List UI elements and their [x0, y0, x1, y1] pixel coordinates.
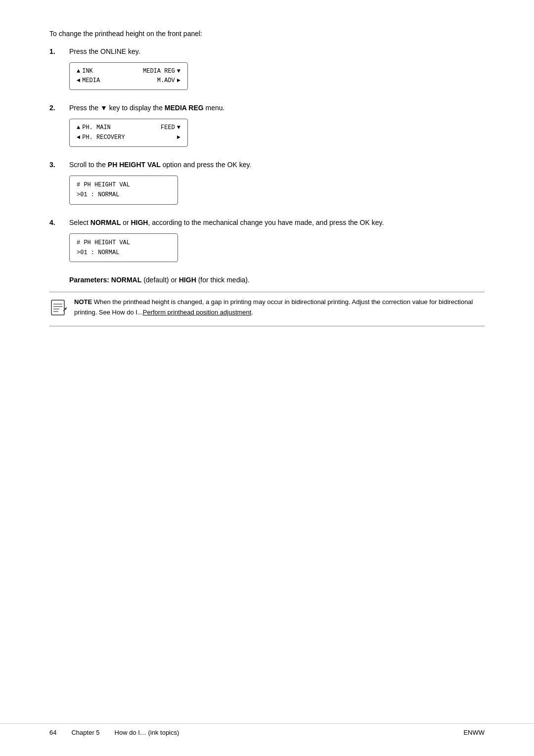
step-4-content: Select NORMAL or HIGH, according to the … [69, 219, 485, 265]
tri-up-icon: ▲ [77, 67, 80, 76]
step-4-text: Select NORMAL or HIGH, according to the … [69, 219, 485, 226]
note-text-content: NOTE When the printhead height is change… [74, 297, 485, 318]
lcd2-row2-left: ◄ PH. RECOVERY [77, 133, 125, 142]
footer-section: How do I… (ink topics) [115, 729, 179, 736]
lcd-row1-right: MEDIA REG ▼ [143, 67, 180, 76]
note-end: . [251, 309, 253, 316]
note-link[interactable]: Perform printhead position adjustment [143, 309, 252, 316]
lcd4-line2: >01 : NORMAL [77, 248, 171, 258]
tri-up-icon-2: ▲ [77, 123, 80, 133]
svg-rect-0 [51, 300, 64, 315]
footer-right: ENWW [463, 729, 485, 736]
lcd-display-2: ▲ PH. MAIN FEED ▼ ◄ PH. RECOVERY ► [69, 119, 188, 146]
ph-recovery-label: PH. RECOVERY [82, 133, 125, 142]
ph-main-label: PH. MAIN [82, 123, 111, 133]
page-number: 64 [49, 729, 56, 736]
lcd3-line2: >01 : NORMAL [77, 190, 171, 200]
tri-right-icon-2: ► [177, 133, 180, 142]
lcd-display-3: # PH HEIGHT VAL >01 : NORMAL [69, 176, 178, 205]
ph-height-val-bold: PH HEIGHT VAL [108, 161, 161, 169]
lcd-row-1-top: ▲ INK MEDIA REG ▼ [77, 67, 180, 76]
step-3: 3. Scroll to the PH HEIGHT VAL option an… [49, 161, 485, 207]
step-2: 2. Press the ▼ key to display the MEDIA … [49, 104, 485, 148]
high-bold: HIGH [131, 219, 148, 226]
lcd-row1-left: ▲ INK [77, 67, 93, 76]
lcd2-row1-right: FEED ▼ [161, 123, 180, 133]
step-3-text: Scroll to the PH HEIGHT VAL option and p… [69, 161, 485, 169]
lcd2-row-bottom: ◄ PH. RECOVERY ► [77, 133, 180, 142]
tri-down-icon-2: ▼ [177, 123, 180, 133]
note-svg-icon [49, 298, 69, 318]
lcd3-line1: # PH HEIGHT VAL [77, 180, 171, 190]
step-4-number: 4. [49, 219, 69, 226]
tri-right-icon-1: ► [177, 76, 180, 86]
intro-text: To change the printhead height on the fr… [49, 30, 485, 38]
media-label: MEDIA [82, 76, 100, 86]
note-body: When the printhead height is changed, a … [74, 298, 473, 316]
tri-left-icon-2: ◄ [77, 133, 80, 142]
note-label: NOTE [74, 298, 92, 306]
step-1-text: Press the ONLINE key. [69, 47, 485, 55]
lcd-row-1-bottom: ◄ MEDIA M.ADV ► [77, 76, 180, 86]
tri-down-icon-1: ▼ [177, 67, 180, 76]
madv-label: M.ADV [157, 76, 175, 86]
lcd-row2-right: M.ADV ► [157, 76, 180, 86]
media-reg-bold: MEDIA REG [165, 104, 204, 112]
step-1-number: 1. [49, 47, 69, 55]
step-3-content: Scroll to the PH HEIGHT VAL option and p… [69, 161, 485, 207]
lcd4-line1: # PH HEIGHT VAL [77, 238, 171, 248]
footer-chapter: Chapter 5 [71, 729, 99, 736]
high-params-label: HIGH [179, 276, 196, 284]
params-label: Parameters: NORMAL [69, 276, 141, 284]
params-text: Parameters: NORMAL (default) or HIGH (fo… [69, 276, 485, 284]
step-2-content: Press the ▼ key to display the MEDIA REG… [69, 104, 485, 148]
lcd-display-4: # PH HEIGHT VAL >01 : NORMAL [69, 233, 178, 263]
lcd2-row-top: ▲ PH. MAIN FEED ▼ [77, 123, 180, 133]
lcd2-row1-left: ▲ PH. MAIN [77, 123, 111, 133]
lcd-display-1: ▲ INK MEDIA REG ▼ ◄ MEDIA M.ADV [69, 62, 188, 90]
feed-label: FEED [161, 123, 175, 133]
tri-left-icon-1: ◄ [77, 76, 80, 86]
params-section: Parameters: NORMAL (default) or HIGH (fo… [69, 276, 485, 284]
normal-bold: NORMAL [90, 219, 121, 226]
footer: 64 Chapter 5 How do I… (ink topics) ENWW [0, 723, 534, 736]
footer-left: 64 Chapter 5 How do I… (ink topics) [49, 729, 179, 736]
note-box: NOTE When the printhead height is change… [49, 292, 485, 326]
step-4: 4. Select NORMAL or HIGH, according to t… [49, 219, 485, 265]
lcd-row2-left: ◄ MEDIA [77, 76, 100, 86]
media-reg-label: MEDIA REG [143, 67, 175, 76]
note-icon [49, 297, 74, 321]
lcd2-row2-right: ► [177, 133, 180, 142]
step-2-number: 2. [49, 104, 69, 112]
step-1: 1. Press the ONLINE key. ▲ INK MEDIA REG… [49, 47, 485, 92]
ink-label: INK [82, 67, 93, 76]
page: To change the printhead height on the fr… [0, 0, 534, 756]
step-1-content: Press the ONLINE key. ▲ INK MEDIA REG ▼ … [69, 47, 485, 92]
step-3-number: 3. [49, 161, 69, 169]
step-2-text: Press the ▼ key to display the MEDIA REG… [69, 104, 485, 112]
